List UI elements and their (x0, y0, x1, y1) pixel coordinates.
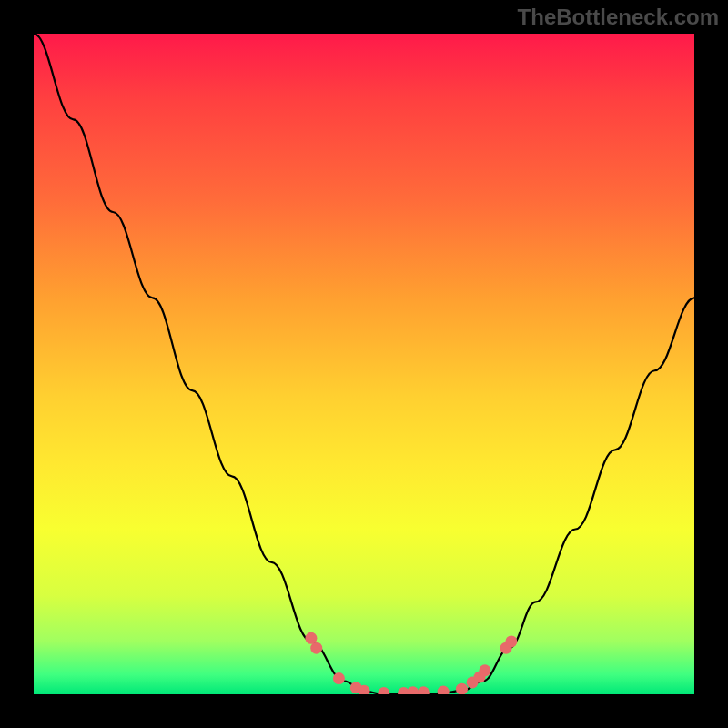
curve-marker (407, 686, 419, 694)
curve-plot (34, 34, 694, 694)
curve-marker (438, 686, 450, 694)
bottleneck-curve (34, 34, 694, 694)
curve-marker (333, 672, 345, 684)
curve-marker (479, 664, 490, 676)
curve-marker (310, 642, 322, 654)
curve-marker (378, 687, 389, 694)
curve-markers (305, 632, 517, 694)
curve-marker (505, 635, 517, 647)
watermark-text: TheBottleneck.com (518, 5, 719, 30)
curve-marker (418, 686, 430, 694)
curve-marker (456, 683, 468, 694)
